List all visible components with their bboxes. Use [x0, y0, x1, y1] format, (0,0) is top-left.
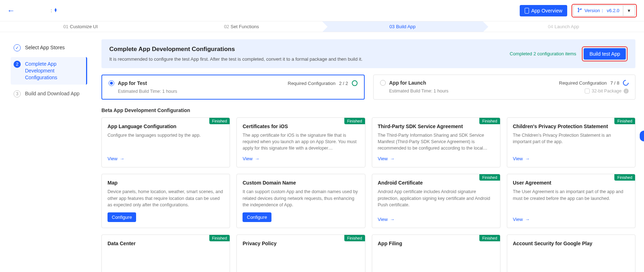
finished-badge: Finished — [479, 174, 500, 181]
status-complete-icon — [352, 80, 358, 86]
finished-badge: Finished — [209, 118, 230, 124]
step-customize-ui[interactable]: 01 Customize UI — [0, 21, 161, 32]
banner-subtitle: It is recommended to configure the test … — [109, 56, 363, 62]
section-title: Beta App Development Configuration — [101, 107, 635, 113]
sidebar-item-complete-config[interactable]: 2 Complete App Development Configuration… — [11, 57, 87, 85]
card-desc — [243, 249, 359, 272]
topbar-mid: : ▲▼ — [51, 8, 58, 13]
sidebar: ✓ Select App Stores 2 Complete App Devel… — [0, 32, 93, 272]
config-card: FinishedPrivacy Policy — [236, 235, 365, 272]
req-count: 2 / 2 — [339, 81, 348, 86]
arrow-right-icon: → — [525, 217, 530, 222]
card-desc — [108, 249, 224, 272]
card-title: Android Certificate — [378, 180, 494, 186]
config-card: FinishedData Center — [101, 235, 230, 272]
version-selector-highlight: Version： v6.2.0 ▼ — [571, 4, 637, 17]
mid-frag: : — [51, 8, 52, 13]
sidebar-item-build-download[interactable]: 3 Build and Download App — [11, 87, 87, 101]
step-build-app[interactable]: 03 Build App — [322, 21, 483, 32]
top-bar: ← : ▲▼ App Overview Version： v6.2.0 ▼ — [0, 0, 644, 21]
finished-badge: Finished — [614, 174, 635, 181]
card-title: Account Security for Google Play — [513, 241, 629, 246]
arrow-right-icon: → — [255, 156, 259, 161]
req-label: Required Configuration — [288, 81, 336, 86]
card-title: Third-Party SDK Service Agreement — [378, 124, 494, 129]
phone-icon — [525, 8, 529, 14]
card-desc: The app certificate for iOS is the signa… — [243, 132, 359, 151]
cards-grid: FinishedApp Language ConfigurationConfig… — [101, 117, 635, 272]
overview-label: App Overview — [531, 8, 562, 14]
view-link[interactable]: View → — [378, 156, 395, 161]
config-card: Account Security for Google Play — [507, 235, 635, 272]
card-desc — [513, 249, 629, 272]
info-icon[interactable]: i — [624, 89, 629, 94]
branch-icon — [577, 7, 582, 14]
side-handle[interactable] — [640, 131, 644, 141]
status-progress-icon — [622, 79, 630, 87]
view-link[interactable]: View → — [243, 156, 259, 161]
card-title: Privacy Policy — [243, 241, 359, 246]
config-card: FinishedAndroid CertificateAndroid App c… — [372, 174, 500, 228]
steps-strip: 01 Customize UI 02 Set Functions 03 Buil… — [0, 21, 644, 32]
main-content: Complete App Development Configurations … — [93, 32, 644, 272]
finished-badge: Finished — [344, 118, 365, 124]
step-number-badge: 3 — [14, 90, 21, 97]
config-card: FinishedChildren's Privacy Protection St… — [507, 117, 635, 167]
card-desc: Android App certificate includes Android… — [378, 188, 494, 212]
view-link[interactable]: View → — [513, 217, 530, 222]
build-test-app-button[interactable]: Build test App — [584, 48, 626, 60]
finished-badge: Finished — [209, 235, 230, 241]
configure-button[interactable]: Configure — [108, 212, 136, 222]
radio-app-for-test[interactable]: App for Test Required Configuration 2 / … — [101, 75, 365, 100]
back-arrow-icon[interactable]: ← — [7, 6, 15, 15]
step-launch-app[interactable]: 04 Launch App — [483, 21, 644, 32]
card-desc: The Children's Privacy Protection Statem… — [513, 132, 629, 151]
config-card: Custom Domain NameIt can support custom … — [236, 174, 365, 228]
card-title: Certificates for iOS — [243, 124, 359, 129]
card-desc: It can support custom App and the domain… — [243, 188, 359, 208]
svg-point-0 — [578, 8, 579, 9]
check-icon: ✓ — [14, 44, 21, 51]
req-count: 7 / 8 — [610, 80, 619, 86]
radio-icon — [380, 80, 386, 86]
step-number-badge: 2 — [14, 61, 21, 68]
arrow-right-icon: → — [120, 156, 124, 161]
card-title: App Filing — [378, 241, 494, 246]
card-desc: Configure the languages supported by the… — [108, 132, 224, 151]
view-link[interactable]: View → — [513, 156, 530, 161]
svg-point-1 — [578, 11, 579, 12]
config-card: FinishedApp Filing — [372, 235, 500, 272]
configure-button[interactable]: Configure — [243, 212, 271, 222]
card-title: Custom Domain Name — [243, 180, 359, 186]
app-overview-button[interactable]: App Overview — [520, 5, 567, 16]
checkbox-32bit[interactable] — [585, 89, 590, 94]
card-desc: The Third-Party Information Sharing and … — [378, 132, 494, 151]
view-link[interactable]: View → — [108, 156, 124, 161]
view-link[interactable]: View → — [378, 217, 395, 222]
build-time-launch: Estimated Build Time: 1 hours — [380, 89, 449, 94]
card-desc: Device panels, home location, weather, s… — [108, 188, 224, 208]
radio-app-for-launch[interactable]: App for Launch Required Configuration 7 … — [373, 75, 636, 100]
version-selector[interactable]: Version： v6.2.0 — [574, 6, 623, 16]
config-card: MapDevice panels, home location, weather… — [101, 174, 230, 228]
config-card: FinishedThird-Party SDK Service Agreemen… — [372, 117, 500, 167]
step-set-functions[interactable]: 02 Set Functions — [161, 21, 322, 32]
card-title: User Agreement — [513, 180, 629, 186]
arrow-right-icon: → — [390, 217, 394, 222]
card-desc: The User Agreement is an important part … — [513, 188, 629, 212]
completed-count: Completed 2 configuration items — [510, 51, 576, 56]
finished-badge: Finished — [479, 235, 500, 241]
finished-badge: Finished — [614, 118, 635, 124]
banner-title: Complete App Development Configurations — [109, 46, 363, 53]
finished-badge: Finished — [344, 235, 365, 241]
card-desc — [378, 249, 494, 272]
sidebar-item-select-stores[interactable]: ✓ Select App Stores — [11, 41, 87, 55]
config-card: FinishedCertificates for iOSThe app cert… — [236, 117, 365, 167]
build-button-highlight: Build test App — [582, 46, 628, 61]
version-dropdown-caret[interactable]: ▼ — [623, 8, 635, 13]
card-title: Data Center — [108, 241, 224, 246]
arrow-right-icon: → — [525, 156, 530, 161]
pkg-label: 32-bit Package — [592, 89, 621, 94]
build-time-test: Estimated Build Time: 1 hours — [109, 89, 177, 94]
sort-icon[interactable]: ▲▼ — [54, 8, 58, 12]
